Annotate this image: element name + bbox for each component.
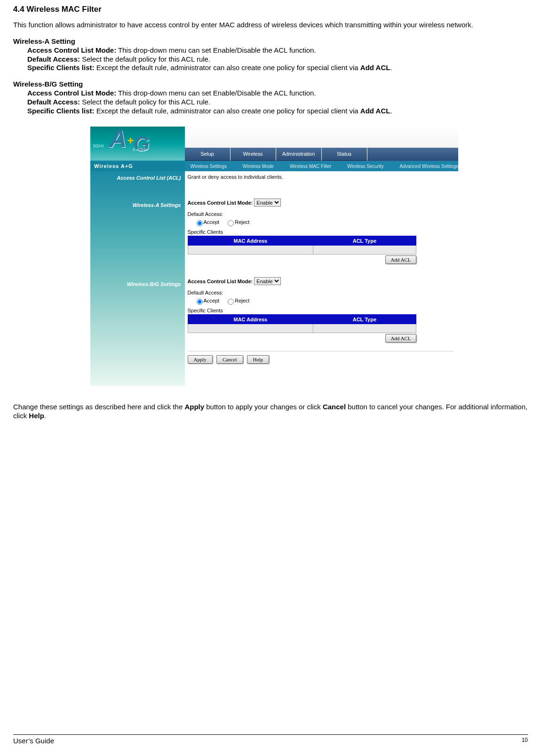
router-screenshot: A + G 5GHz 2.4GHz Setup Wireless Adminis… bbox=[90, 127, 458, 386]
tab-wireless[interactable]: Wireless bbox=[231, 148, 276, 161]
acl-description: Grant or deny access to individual clien… bbox=[188, 174, 454, 180]
tab-spacer bbox=[367, 148, 459, 161]
subnav-advanced-wireless[interactable]: Advanced Wireless Settings bbox=[399, 164, 458, 169]
main-tabs: Setup Wireless Administration Status bbox=[185, 148, 459, 161]
wbg-aclmode-text: This drop-down menu can set Enable/Disab… bbox=[116, 89, 316, 97]
wa-radio-reject[interactable] bbox=[228, 220, 234, 226]
wbg-empty-mac-cell bbox=[188, 324, 313, 333]
wa-radio-accept-text: Accept bbox=[204, 219, 220, 225]
wbg-col-mac: MAC Address bbox=[188, 315, 313, 324]
wa-default-label: Default Access: bbox=[27, 55, 80, 63]
product-name: Wireless A+G bbox=[90, 161, 185, 172]
outro-part-c: button to apply your changes or click bbox=[204, 403, 323, 411]
wa-specific-text: Except the default rule, administrator c… bbox=[95, 64, 360, 72]
wbg-col-type: ACL Type bbox=[313, 315, 416, 324]
wa-col-type: ACL Type bbox=[313, 236, 416, 246]
logo-letter-a: A bbox=[109, 125, 127, 153]
wbg-acl-mode-label: Access Control List Mode: bbox=[188, 279, 253, 284]
footer-title: User’s Guide bbox=[13, 737, 54, 745]
wa-radio-reject-label[interactable]: Reject bbox=[225, 219, 249, 225]
tab-setup[interactable]: Setup bbox=[185, 148, 231, 161]
wa-line-aclmode: Access Control List Mode: This drop-down… bbox=[27, 46, 528, 55]
apply-button[interactable]: Apply bbox=[188, 355, 213, 364]
wbg-empty-type-cell bbox=[313, 324, 416, 333]
wa-specific-label: Specific Clients list: bbox=[27, 64, 95, 72]
subnav-wireless-settings[interactable]: Wireless Settings bbox=[191, 164, 227, 169]
wa-radio-accept-label[interactable]: Accept bbox=[194, 219, 220, 225]
wbg-line-default: Default Access: Select the default polic… bbox=[27, 98, 528, 107]
footer-page-number: 10 bbox=[522, 737, 528, 745]
wa-acl-mode-row: Access Control List Mode: Enable bbox=[188, 199, 454, 207]
help-button[interactable]: Help bbox=[247, 355, 269, 364]
wa-aclmode-label: Access Control List Mode: bbox=[27, 46, 116, 54]
wa-radio-reject-text: Reject bbox=[235, 219, 249, 225]
wa-acl-mode-label: Access Control List Mode: bbox=[188, 200, 253, 206]
wbg-add-acl-button[interactable]: Add ACL bbox=[385, 334, 416, 342]
sidebar-label-acl: Access Control List (ACL) bbox=[90, 171, 185, 185]
separator bbox=[188, 351, 454, 351]
wa-acl-table: MAC Address ACL Type bbox=[188, 236, 416, 255]
wbg-radio-accept-label[interactable]: Accept bbox=[194, 298, 220, 303]
subnav-wireless-mac-filter[interactable]: Wireless MAC Filter bbox=[290, 164, 331, 169]
logo-area: A + G 5GHz 2.4GHz bbox=[90, 127, 185, 161]
wa-addacl-bold: Add ACL bbox=[360, 64, 390, 72]
outro-apply-bold: Apply bbox=[184, 403, 204, 411]
logo-24ghz-badge: 2.4GHz bbox=[133, 147, 147, 152]
wbg-radio-accept[interactable] bbox=[197, 299, 203, 305]
sidebar-label-wbg: Wireless-B/G Settings bbox=[90, 213, 185, 292]
intro-text: This function allows administrator to ha… bbox=[13, 21, 528, 30]
outro-text: Change these settings as described here … bbox=[13, 403, 528, 421]
wbg-default-label: Default Access: bbox=[27, 98, 80, 106]
logo-plus-icon: + bbox=[127, 134, 134, 147]
wbg-specific-label: Specific Clients list: bbox=[27, 107, 95, 115]
wbg-radio-reject-label[interactable]: Reject bbox=[225, 298, 249, 303]
wa-empty-mac-cell bbox=[188, 246, 313, 255]
wbg-acl-mode-row: Access Control List Mode: Enable bbox=[188, 277, 454, 285]
wbg-radio-reject-text: Reject bbox=[235, 298, 249, 303]
wbg-specific-text: Except the default rule, administrator c… bbox=[95, 107, 360, 115]
subnav-wireless-security[interactable]: Wireless Security bbox=[347, 164, 383, 169]
wbg-default-text: Select the default policy for this ACL r… bbox=[80, 98, 210, 106]
outro-cancel-bold: Cancel bbox=[323, 403, 346, 411]
wireless-bg-heading: Wireless-B/G Setting bbox=[13, 80, 528, 88]
wbg-specific-clients-label: Specific Clients bbox=[188, 308, 454, 313]
outro-help-bold: Help bbox=[29, 412, 44, 420]
wa-line-default: Default Access: Select the default polic… bbox=[27, 55, 528, 64]
wbg-acl-table: MAC Address ACL Type bbox=[188, 314, 416, 333]
wa-radio-accept[interactable] bbox=[197, 220, 203, 226]
wbg-radio-reject[interactable] bbox=[228, 299, 234, 305]
wa-default-access-label: Default Access: bbox=[188, 211, 454, 217]
wa-specific-clients-label: Specific Clients bbox=[188, 229, 454, 235]
wbg-line-aclmode: Access Control List Mode: This drop-down… bbox=[27, 89, 528, 98]
cancel-button[interactable]: Cancel bbox=[216, 355, 243, 364]
wa-line-specific: Specific Clients list: Except the defaul… bbox=[27, 64, 528, 72]
wa-aclmode-text: This drop-down menu can set Enable/Disab… bbox=[116, 46, 316, 54]
wbg-acl-mode-select[interactable]: Enable bbox=[254, 277, 281, 285]
wireless-a-heading: Wireless-A Setting bbox=[13, 37, 528, 45]
sub-nav: Wireless Settings Wireless Mode Wireless… bbox=[185, 164, 459, 169]
wbg-default-access-label: Default Access: bbox=[188, 290, 454, 295]
wa-col-mac: MAC Address bbox=[188, 236, 313, 246]
logo-5ghz-badge: 5GHz bbox=[93, 143, 104, 148]
wbg-line-specific: Specific Clients list: Except the defaul… bbox=[27, 107, 528, 116]
outro-part-g: . bbox=[44, 412, 46, 420]
section-heading: 4.4 Wireless MAC Filter bbox=[13, 5, 528, 14]
wa-add-acl-button[interactable]: Add ACL bbox=[385, 255, 416, 264]
wa-acl-mode-select[interactable]: Enable bbox=[254, 199, 281, 207]
sidebar-label-wa: Wireless-A Settings bbox=[90, 185, 185, 213]
tab-administration[interactable]: Administration bbox=[276, 148, 322, 161]
wa-empty-type-cell bbox=[313, 246, 416, 255]
wbg-addacl-bold: Add ACL bbox=[360, 107, 390, 115]
subnav-wireless-mode[interactable]: Wireless Mode bbox=[243, 164, 274, 169]
tab-status[interactable]: Status bbox=[322, 148, 367, 161]
wa-default-text: Select the default policy for this ACL r… bbox=[80, 55, 210, 63]
outro-part-a: Change these settings as described here … bbox=[13, 403, 184, 411]
wbg-aclmode-label: Access Control List Mode: bbox=[27, 89, 116, 97]
logo-letter-g: G bbox=[134, 132, 150, 156]
wbg-radio-accept-text: Accept bbox=[204, 298, 220, 303]
